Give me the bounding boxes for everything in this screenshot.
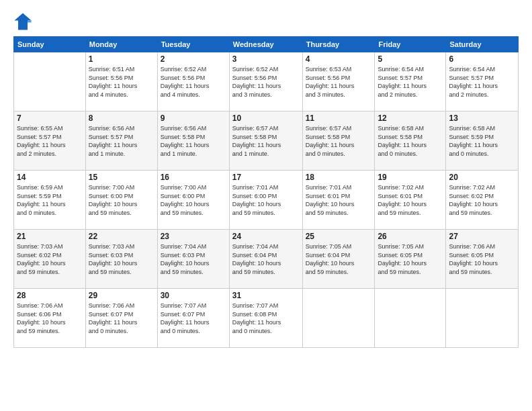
calendar-cell: 26Sunrise: 7:05 AM Sunset: 6:05 PM Dayli… bbox=[375, 230, 446, 289]
day-number: 3 bbox=[232, 54, 300, 64]
calendar-cell bbox=[446, 289, 519, 348]
day-number: 26 bbox=[378, 232, 443, 241]
calendar-cell: 28Sunrise: 7:06 AM Sunset: 6:06 PM Dayli… bbox=[14, 289, 86, 348]
calendar-header-wednesday: Wednesday bbox=[229, 37, 302, 52]
day-info: Sunrise: 7:02 AM Sunset: 6:01 PM Dayligh… bbox=[378, 183, 443, 217]
calendar-header-row: SundayMondayTuesdayWednesdayThursdayFrid… bbox=[14, 37, 519, 52]
day-info: Sunrise: 7:06 AM Sunset: 6:06 PM Dayligh… bbox=[17, 302, 83, 335]
calendar-cell: 2Sunrise: 6:52 AM Sunset: 5:56 PM Daylig… bbox=[157, 52, 229, 111]
calendar-week-row: 21Sunrise: 7:03 AM Sunset: 6:02 PM Dayli… bbox=[14, 230, 519, 289]
calendar-cell bbox=[302, 289, 375, 348]
day-number: 9 bbox=[161, 113, 226, 123]
calendar-week-row: 1Sunrise: 6:51 AM Sunset: 5:56 PM Daylig… bbox=[14, 52, 519, 111]
day-number: 28 bbox=[17, 291, 83, 300]
day-info: Sunrise: 7:07 AM Sunset: 6:08 PM Dayligh… bbox=[232, 302, 300, 335]
day-number: 27 bbox=[449, 232, 515, 241]
calendar-header-tuesday: Tuesday bbox=[157, 37, 229, 52]
calendar-cell: 22Sunrise: 7:03 AM Sunset: 6:03 PM Dayli… bbox=[85, 230, 157, 289]
day-info: Sunrise: 7:05 AM Sunset: 6:04 PM Dayligh… bbox=[306, 242, 372, 276]
day-info: Sunrise: 7:00 AM Sunset: 6:00 PM Dayligh… bbox=[89, 183, 154, 217]
calendar-header-thursday: Thursday bbox=[302, 37, 375, 52]
calendar-cell: 7Sunrise: 6:55 AM Sunset: 5:57 PM Daylig… bbox=[14, 111, 86, 171]
day-info: Sunrise: 7:03 AM Sunset: 6:03 PM Dayligh… bbox=[89, 242, 154, 276]
day-number: 11 bbox=[306, 113, 372, 123]
calendar-cell: 14Sunrise: 6:59 AM Sunset: 5:59 PM Dayli… bbox=[14, 171, 86, 230]
day-number: 1 bbox=[89, 54, 154, 64]
calendar-cell: 20Sunrise: 7:02 AM Sunset: 6:02 PM Dayli… bbox=[446, 171, 519, 230]
calendar-header-saturday: Saturday bbox=[446, 37, 519, 52]
day-info: Sunrise: 6:51 AM Sunset: 5:56 PM Dayligh… bbox=[89, 65, 154, 99]
day-number: 21 bbox=[17, 232, 83, 241]
day-number: 30 bbox=[161, 291, 226, 300]
day-info: Sunrise: 6:52 AM Sunset: 5:56 PM Dayligh… bbox=[232, 65, 300, 99]
day-number: 10 bbox=[232, 113, 300, 123]
calendar-week-row: 28Sunrise: 7:06 AM Sunset: 6:06 PM Dayli… bbox=[14, 289, 519, 348]
day-info: Sunrise: 7:01 AM Sunset: 6:00 PM Dayligh… bbox=[232, 183, 300, 217]
day-info: Sunrise: 6:55 AM Sunset: 5:57 PM Dayligh… bbox=[17, 124, 83, 158]
calendar-cell: 4Sunrise: 6:53 AM Sunset: 5:56 PM Daylig… bbox=[302, 52, 375, 111]
calendar-week-row: 14Sunrise: 6:59 AM Sunset: 5:59 PM Dayli… bbox=[14, 171, 519, 230]
day-number: 13 bbox=[449, 113, 515, 123]
day-number: 7 bbox=[17, 113, 83, 123]
calendar-cell: 18Sunrise: 7:01 AM Sunset: 6:01 PM Dayli… bbox=[302, 171, 375, 230]
day-info: Sunrise: 6:54 AM Sunset: 5:57 PM Dayligh… bbox=[378, 65, 443, 99]
day-info: Sunrise: 7:07 AM Sunset: 6:07 PM Dayligh… bbox=[161, 302, 226, 335]
calendar-cell: 11Sunrise: 6:57 AM Sunset: 5:58 PM Dayli… bbox=[302, 111, 375, 171]
day-info: Sunrise: 7:06 AM Sunset: 6:05 PM Dayligh… bbox=[449, 242, 515, 276]
calendar-cell: 6Sunrise: 6:54 AM Sunset: 5:57 PM Daylig… bbox=[446, 52, 519, 111]
day-info: Sunrise: 6:52 AM Sunset: 5:56 PM Dayligh… bbox=[161, 65, 226, 99]
calendar-cell: 13Sunrise: 6:58 AM Sunset: 5:59 PM Dayli… bbox=[446, 111, 519, 171]
day-info: Sunrise: 6:58 AM Sunset: 5:59 PM Dayligh… bbox=[449, 124, 515, 158]
day-info: Sunrise: 6:59 AM Sunset: 5:59 PM Dayligh… bbox=[17, 183, 83, 217]
logo bbox=[13, 12, 35, 31]
day-number: 15 bbox=[89, 173, 154, 182]
logo-icon bbox=[13, 12, 32, 31]
calendar-cell: 30Sunrise: 7:07 AM Sunset: 6:07 PM Dayli… bbox=[157, 289, 229, 348]
calendar-cell: 9Sunrise: 6:56 AM Sunset: 5:58 PM Daylig… bbox=[157, 111, 229, 171]
day-number: 20 bbox=[449, 173, 515, 182]
calendar-cell: 27Sunrise: 7:06 AM Sunset: 6:05 PM Dayli… bbox=[446, 230, 519, 289]
day-info: Sunrise: 7:05 AM Sunset: 6:05 PM Dayligh… bbox=[378, 242, 443, 276]
day-number: 22 bbox=[89, 232, 154, 241]
calendar-cell: 12Sunrise: 6:58 AM Sunset: 5:58 PM Dayli… bbox=[375, 111, 446, 171]
day-number: 16 bbox=[161, 173, 226, 182]
calendar-cell: 16Sunrise: 7:00 AM Sunset: 6:00 PM Dayli… bbox=[157, 171, 229, 230]
day-number: 25 bbox=[306, 232, 372, 241]
day-number: 24 bbox=[232, 232, 300, 241]
calendar-header-friday: Friday bbox=[375, 37, 446, 52]
day-info: Sunrise: 6:57 AM Sunset: 5:58 PM Dayligh… bbox=[306, 124, 372, 158]
day-info: Sunrise: 7:01 AM Sunset: 6:01 PM Dayligh… bbox=[306, 183, 372, 217]
day-info: Sunrise: 7:04 AM Sunset: 6:04 PM Dayligh… bbox=[232, 242, 300, 276]
day-number: 23 bbox=[161, 232, 226, 241]
calendar-cell: 24Sunrise: 7:04 AM Sunset: 6:04 PM Dayli… bbox=[229, 230, 302, 289]
page-header bbox=[13, 12, 519, 31]
calendar-cell: 19Sunrise: 7:02 AM Sunset: 6:01 PM Dayli… bbox=[375, 171, 446, 230]
calendar-cell: 21Sunrise: 7:03 AM Sunset: 6:02 PM Dayli… bbox=[14, 230, 86, 289]
day-info: Sunrise: 7:04 AM Sunset: 6:03 PM Dayligh… bbox=[161, 242, 226, 276]
day-info: Sunrise: 6:58 AM Sunset: 5:58 PM Dayligh… bbox=[378, 124, 443, 158]
calendar-cell: 17Sunrise: 7:01 AM Sunset: 6:00 PM Dayli… bbox=[229, 171, 302, 230]
day-number: 6 bbox=[449, 54, 515, 64]
day-info: Sunrise: 6:56 AM Sunset: 5:57 PM Dayligh… bbox=[89, 124, 154, 158]
day-number: 14 bbox=[17, 173, 83, 182]
day-info: Sunrise: 6:57 AM Sunset: 5:58 PM Dayligh… bbox=[232, 124, 300, 158]
day-info: Sunrise: 6:53 AM Sunset: 5:56 PM Dayligh… bbox=[306, 65, 372, 99]
calendar-cell: 3Sunrise: 6:52 AM Sunset: 5:56 PM Daylig… bbox=[229, 52, 302, 111]
calendar-cell: 5Sunrise: 6:54 AM Sunset: 5:57 PM Daylig… bbox=[375, 52, 446, 111]
day-info: Sunrise: 7:03 AM Sunset: 6:02 PM Dayligh… bbox=[17, 242, 83, 276]
calendar-cell: 8Sunrise: 6:56 AM Sunset: 5:57 PM Daylig… bbox=[85, 111, 157, 171]
day-number: 31 bbox=[232, 291, 300, 300]
day-number: 12 bbox=[378, 113, 443, 123]
day-number: 5 bbox=[378, 54, 443, 64]
day-number: 2 bbox=[161, 54, 226, 64]
calendar-cell: 29Sunrise: 7:06 AM Sunset: 6:07 PM Dayli… bbox=[85, 289, 157, 348]
calendar-cell: 31Sunrise: 7:07 AM Sunset: 6:08 PM Dayli… bbox=[229, 289, 302, 348]
calendar-header-monday: Monday bbox=[85, 37, 157, 52]
calendar-cell: 25Sunrise: 7:05 AM Sunset: 6:04 PM Dayli… bbox=[302, 230, 375, 289]
day-number: 18 bbox=[306, 173, 372, 182]
day-number: 19 bbox=[378, 173, 443, 182]
day-number: 17 bbox=[232, 173, 300, 182]
calendar-cell bbox=[14, 52, 86, 111]
day-info: Sunrise: 7:00 AM Sunset: 6:00 PM Dayligh… bbox=[161, 183, 226, 217]
day-info: Sunrise: 7:06 AM Sunset: 6:07 PM Dayligh… bbox=[89, 302, 154, 335]
